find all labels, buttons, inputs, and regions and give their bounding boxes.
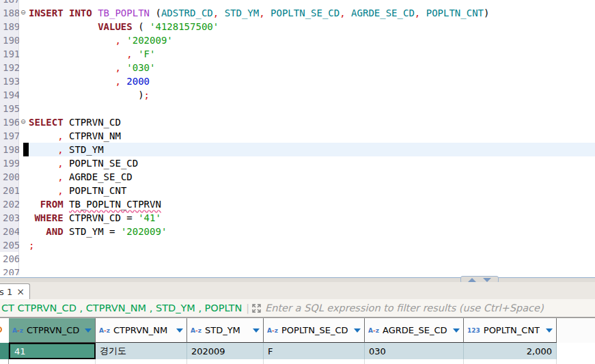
chevron-down-icon[interactable] (176, 328, 183, 333)
code-text[interactable]: AND STD_YM = '202009' (27, 225, 595, 238)
code-text[interactable] (27, 252, 595, 266)
code-text[interactable]: INSERT INTO TB_POPLTN (ADSTRD_CD, STD_YM… (27, 6, 595, 20)
code-text[interactable]: SELECT CTPRVN_CD (27, 115, 595, 129)
chevron-down-icon[interactable] (546, 328, 553, 333)
editor-line-187[interactable]: 187 (0, 0, 595, 6)
results-tab[interactable]: ts 1 × (0, 283, 30, 299)
editor-line-203[interactable]: 203 WHERE CTPRVN_CD = '41' (0, 211, 595, 225)
editor-line-205[interactable]: 205; (0, 238, 595, 252)
code-text[interactable] (27, 102, 595, 115)
code-text[interactable] (27, 266, 595, 275)
fold-gutter (19, 88, 27, 102)
editor-line-195[interactable]: 195 (0, 102, 595, 115)
editor-line-194[interactable]: 194 ); (0, 88, 595, 102)
grid-data-row: 41경기도202009F0302,000 (0, 343, 595, 359)
code-text[interactable]: , 2000 (27, 74, 595, 88)
filter-input[interactable]: Enter a SQL expression to filter results… (265, 303, 595, 313)
alpha-sort-type-icon: A-z (99, 327, 110, 334)
editor-line-190[interactable]: 190 , '202009' (0, 33, 595, 47)
editor-line-192[interactable]: 192 , '030' (0, 61, 595, 74)
editor-line-201[interactable]: 201 , POPLTN_CNT (0, 184, 595, 197)
editor-line-204[interactable]: 204 AND STD_YM = '202009' (0, 225, 595, 238)
filter-query-text: CT CTPRVN_CD , CTPRVN_NM , STD_YM , POPL… (1, 303, 242, 313)
empty-cell[interactable] (365, 359, 464, 364)
line-number: 194 (0, 88, 19, 102)
empty-cell[interactable] (9, 359, 96, 364)
editor-line-207[interactable]: 207 (0, 266, 595, 275)
cell-CTPRVN_CD[interactable]: 41 (9, 343, 96, 359)
line-number: 204 (0, 225, 19, 238)
expand-filter-icon[interactable] (252, 304, 261, 313)
editor-line-206[interactable]: 206 (0, 252, 595, 266)
editor-line-193[interactable]: 193 , 2000 (0, 74, 595, 88)
code-text[interactable]: , '030' (27, 61, 595, 74)
code-text[interactable]: WHERE CTPRVN_CD = '41' (27, 211, 595, 225)
cell-AGRDE_SE_CD[interactable]: 030 (365, 343, 464, 359)
empty-cell[interactable] (96, 359, 187, 364)
code-text[interactable]: ); (27, 88, 595, 102)
code-text[interactable]: , POPLTN_SE_CD (27, 156, 595, 170)
line-number: 205 (0, 238, 19, 252)
row-selection-indicator[interactable] (0, 343, 9, 359)
column-header-CTPRVN_CD[interactable]: A-zCTPRVN_CD (9, 318, 96, 343)
collapse-up-icon (468, 278, 476, 282)
column-header-label: CTPRVN_CD (27, 325, 79, 335)
code-text[interactable]: ; (27, 238, 595, 252)
editor-line-197[interactable]: 197 , CTPRVN_NM (0, 129, 595, 143)
code-text[interactable]: , AGRDE_SE_CD (27, 170, 595, 184)
cell-POPLTN_CNT[interactable]: 2,000 (464, 343, 557, 359)
editor-results-splitter[interactable] (0, 275, 595, 282)
cell-CTPRVN_NM[interactable]: 경기도 (96, 343, 187, 359)
editor-line-199[interactable]: 199 , POPLTN_SE_CD (0, 156, 595, 170)
code-text[interactable]: , 'F' (27, 47, 595, 61)
column-header-CTPRVN_NM[interactable]: A-zCTPRVN_NM (96, 318, 187, 343)
empty-cell[interactable] (187, 359, 264, 364)
editor-line-196[interactable]: 196⊖SELECT CTPRVN_CD (0, 115, 595, 129)
cell-STD_YM[interactable]: 202009 (187, 343, 264, 359)
fold-gutter (19, 225, 27, 238)
fold-collapse-icon[interactable]: ⊖ (19, 6, 27, 20)
line-number: 206 (0, 252, 19, 266)
editor-line-198[interactable]: 198 , STD_YM (0, 143, 595, 156)
code-text[interactable]: VALUES ( '4128157500' (27, 20, 595, 33)
code-text[interactable] (27, 0, 595, 6)
fold-gutter (19, 156, 27, 170)
grid-header-row: A-zCTPRVN_CDA-zCTPRVN_NMA-zSTD_YMA-zPOPL… (0, 318, 595, 343)
code-text[interactable]: , '202009' (27, 33, 595, 47)
sql-editor[interactable]: 187188⊖INSERT INTO TB_POPLTN (ADSTRD_CD,… (0, 0, 595, 275)
line-number: 197 (0, 129, 19, 143)
column-header-AGRDE_SE_CD[interactable]: A-zAGRDE_SE_CD (365, 318, 464, 343)
fold-gutter (19, 184, 27, 197)
code-text[interactable]: , POPLTN_CNT (27, 184, 595, 197)
empty-cell[interactable] (464, 359, 557, 364)
editor-line-188[interactable]: 188⊖INSERT INTO TB_POPLTN (ADSTRD_CD, ST… (0, 6, 595, 20)
chevron-down-icon[interactable] (354, 328, 361, 333)
empty-cell[interactable] (264, 359, 365, 364)
chevron-down-icon[interactable] (253, 328, 260, 333)
code-text[interactable]: FROM TB_POPLTN_CTPRVN (27, 197, 595, 211)
dbeaver-sql-editor-window: 187188⊖INSERT INTO TB_POPLTN (ADSTRD_CD,… (0, 0, 595, 364)
line-number: 199 (0, 156, 19, 170)
column-header-POPLTN_CNT[interactable]: 123POPLTN_CNT (464, 318, 557, 343)
chevron-down-icon[interactable] (85, 328, 92, 333)
editor-line-189[interactable]: 189 VALUES ( '4128157500' (0, 20, 595, 33)
fold-gutter (19, 102, 27, 115)
code-text[interactable]: , CTPRVN_NM (27, 129, 595, 143)
fold-gutter (19, 74, 27, 88)
fold-collapse-icon[interactable]: ⊖ (19, 115, 27, 129)
line-number: 200 (0, 170, 19, 184)
cell-POPLTN_SE_CD[interactable]: F (264, 343, 365, 359)
editor-line-200[interactable]: 200 , AGRDE_SE_CD (0, 170, 595, 184)
line-number: 201 (0, 184, 19, 197)
code-text[interactable]: , STD_YM (27, 143, 595, 156)
editor-line-202[interactable]: 202 FROM TB_POPLTN_CTPRVN (0, 197, 595, 211)
column-header-label: POPLTN_CNT (484, 325, 540, 335)
column-header-POPLTN_SE_CD[interactable]: A-zPOPLTN_SE_CD (264, 318, 365, 343)
grid-corner-cell[interactable] (0, 318, 9, 343)
text-cursor (23, 143, 29, 156)
editor-line-191[interactable]: 191 , 'F' (0, 47, 595, 61)
close-icon[interactable]: × (16, 287, 25, 296)
column-header-STD_YM[interactable]: A-zSTD_YM (187, 318, 264, 343)
chevron-down-icon[interactable] (453, 328, 460, 333)
grid-row-filler (557, 343, 595, 359)
